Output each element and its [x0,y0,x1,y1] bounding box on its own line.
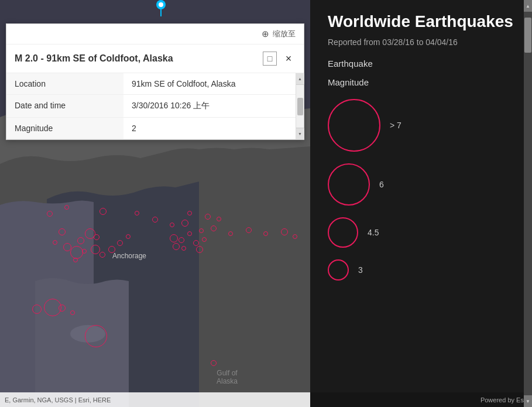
table-row-datetime: Date and time 3/30/2016 10:26 上午 [6,95,304,118]
datetime-value: 3/30/2016 10:26 上午 [123,95,304,118]
page-scrollbar[interactable]: ▲ ▼ [524,0,532,407]
eq-dot[interactable] [73,258,78,262]
eq-dot[interactable] [179,237,184,243]
popup-header: M 2.0 - 91km SE of Coldfoot, Alaska □ × [6,45,304,73]
magnitude-label-45: 4.5 [368,228,379,237]
eq-dot[interactable] [228,231,233,236]
eq-dot[interactable] [32,305,42,314]
maximize-button[interactable]: □ [263,52,277,66]
eq-dot[interactable] [196,246,203,253]
pin-marker [155,0,167,15]
magnitude-label-3: 3 [358,265,363,275]
magnitude-circle-gt7 [328,99,380,152]
datetime-label: Date and time [6,95,123,118]
magnitude-label: Magnitude [6,118,123,139]
eq-dot[interactable] [59,228,66,235]
eq-dot[interactable] [211,360,217,366]
scroll-thumb [297,98,303,115]
legend-subtitle: Reported from 03/28/16 to 04/04/16 [328,37,514,47]
popup: ⊕ 缩放至 M 2.0 - 91km SE of Coldfoot, Alask… [6,23,304,140]
eq-dot[interactable] [193,240,199,246]
magnitude-item-45: 4.5 [328,217,514,248]
eq-dot[interactable] [263,231,268,236]
scrollbar-down-button[interactable]: ▼ [524,395,532,407]
eq-dot[interactable] [64,205,69,210]
zoom-label: 缩放至 [273,29,296,39]
eq-dot[interactable] [202,237,207,242]
magnitude-item-3: 3 [328,259,514,281]
location-label: Location [6,73,123,95]
legend-magnitude-label: Magnitude [328,77,514,87]
magnitude-circle-45 [328,217,358,248]
scrollbar-track[interactable] [524,12,532,395]
eq-dot[interactable] [59,305,66,312]
eq-dot[interactable] [217,217,221,221]
eq-dot[interactable] [173,243,180,250]
scroll-down-button[interactable]: ▼ [296,128,304,139]
eq-dot[interactable] [181,246,186,251]
eq-dot[interactable] [70,246,83,259]
table-row-location: Location 91km SE of Coldfoot, Alaska [6,73,304,95]
eq-dot[interactable] [211,225,217,231]
eq-dot[interactable] [108,246,115,253]
svg-point-3 [159,2,163,7]
scroll-up-button[interactable]: ▲ [296,73,304,85]
legend-panel: Worldwide Earthquakes Reported from 03/2… [310,0,532,407]
magnitude-item-gt7: > 7 [328,99,514,152]
close-button[interactable]: × [282,52,296,66]
eq-dot[interactable] [126,234,131,239]
eq-dot[interactable] [293,234,297,239]
eq-dot[interactable] [77,237,84,244]
eq-dot[interactable] [281,228,288,235]
popup-scrollbar[interactable]: ▲ ▼ [296,73,304,139]
eq-dot[interactable] [135,211,139,216]
eq-dot[interactable] [47,211,53,217]
map-attribution: E, Garmin, NGA, USGS | Esri, HERE [0,392,310,407]
eq-dot[interactable] [170,223,174,227]
legend-title: Worldwide Earthquakes [328,12,514,32]
popup-title: M 2.0 - 91km SE of Coldfoot, Alaska [15,53,173,64]
eq-dot[interactable] [246,227,252,233]
magnitude-label-6: 6 [379,180,384,189]
eq-dot[interactable] [187,231,192,236]
eq-dot[interactable] [187,211,192,216]
eq-dot[interactable] [152,217,158,223]
location-value: 91km SE of Coldfoot, Alaska [123,73,304,95]
eq-dot[interactable] [199,228,204,233]
eq-dot[interactable] [94,234,99,240]
eq-dot[interactable] [181,220,188,227]
legend-section: Earthquake [328,59,514,69]
esri-attribution: Powered by Esri [310,392,532,407]
magnitude-circle-6 [328,163,370,206]
legend-section-label: Earthquake [328,59,514,69]
eq-dot[interactable] [63,243,71,251]
eq-dot[interactable] [205,214,211,220]
magnitude-circle-3 [328,259,349,281]
magnitude-value: 2 [123,118,304,139]
eq-dot[interactable] [99,252,105,258]
table-row-magnitude: Magnitude 2 [6,118,304,139]
eq-dot[interactable] [82,249,87,254]
eq-dot[interactable] [117,240,123,246]
popup-table: Location 91km SE of Coldfoot, Alaska Dat… [6,73,304,139]
eq-dot[interactable] [99,208,107,215]
eq-dot[interactable] [70,310,75,315]
eq-dot[interactable] [91,245,100,254]
eq-dot[interactable] [53,240,57,245]
scrollbar-thumb[interactable] [524,18,531,53]
scrollbar-up-button[interactable]: ▲ [524,0,532,12]
magnitude-item-6: 6 [328,163,514,206]
eq-dot[interactable] [170,234,178,242]
zoom-icon: ⊕ [262,29,269,39]
magnitude-label-gt7: > 7 [390,121,401,130]
eq-dot[interactable] [85,325,107,347]
popup-controls: □ × [263,52,296,66]
